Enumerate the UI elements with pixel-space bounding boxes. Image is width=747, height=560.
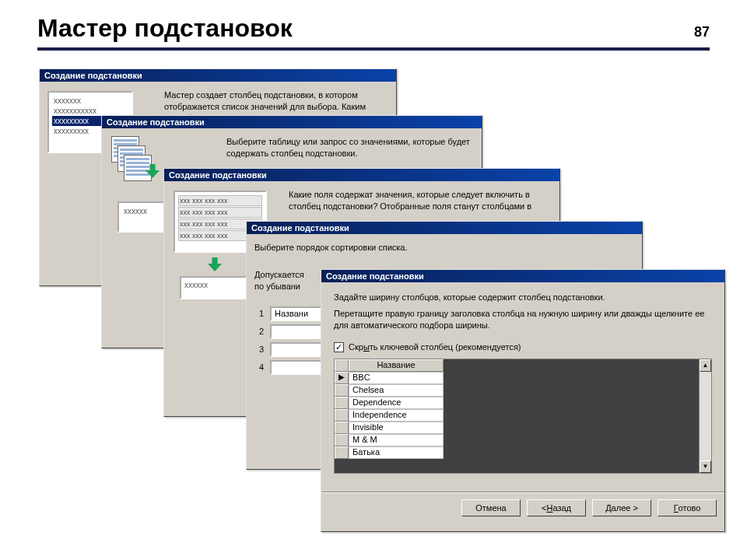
tables-icon bbox=[111, 136, 166, 183]
dialog3-titlebar: Создание подстановки bbox=[164, 169, 559, 181]
sort-field-3[interactable] bbox=[270, 342, 324, 357]
dialog4-titlebar: Создание подстановки bbox=[247, 222, 642, 234]
dialog4-prompt1: Выберите порядок сортировки списка. bbox=[254, 242, 634, 254]
table-row[interactable]: Батька bbox=[335, 446, 699, 459]
page-header: Мастер подстановок 87 bbox=[37, 14, 710, 51]
table-row[interactable]: Independence bbox=[335, 409, 699, 422]
dialog3-dest-box: xxxxxx bbox=[180, 276, 254, 299]
table-row[interactable]: Invisible bbox=[335, 422, 699, 434]
scroll-track[interactable] bbox=[700, 372, 711, 460]
dialog5-prompt1: Задайте ширину столбцов, которые содержи… bbox=[334, 292, 712, 303]
hide-key-column-label: Скрыть ключевой столбец (рекомендуется) bbox=[349, 342, 521, 352]
table-row[interactable]: ▶BBC bbox=[335, 372, 699, 384]
dialog2-titlebar: Создание подстановки bbox=[102, 116, 482, 128]
checkbox-icon: ✓ bbox=[334, 342, 344, 352]
sort-field-1[interactable] bbox=[270, 306, 324, 321]
next-button[interactable]: Далее > bbox=[592, 499, 651, 516]
scroll-up-button[interactable]: ▲ bbox=[700, 359, 711, 372]
cancel-button[interactable]: Отмена bbox=[461, 499, 521, 516]
hide-key-column-checkbox[interactable]: ✓ Скрыть ключевой столбец (рекомендуется… bbox=[334, 342, 521, 352]
green-arrow-icon bbox=[208, 257, 222, 271]
page-title: Мастер подстановок bbox=[37, 14, 293, 43]
sort-num-1: 1 bbox=[254, 309, 264, 318]
sort-num-2: 2 bbox=[254, 327, 264, 336]
finish-button[interactable]: Готово bbox=[658, 499, 717, 516]
dialog5-prompt2: Перетащите правую границу заголовка стол… bbox=[334, 308, 712, 331]
wizard-dialog-5: Создание подстановки Задайте ширину стол… bbox=[321, 269, 725, 532]
vertical-scrollbar[interactable]: ▲ ▼ bbox=[699, 359, 711, 473]
row-selector-current: ▶ bbox=[335, 372, 349, 384]
dialog1-titlebar: Создание подстановки bbox=[40, 69, 396, 82]
back-button[interactable]: < Назад bbox=[527, 499, 586, 516]
sort-field-2[interactable] bbox=[270, 324, 324, 339]
column-preview-grid[interactable]: Название ▶BBC Chelsea Dependence Indepen… bbox=[334, 359, 712, 474]
table-row[interactable]: Dependence bbox=[335, 397, 699, 409]
sort-field-4[interactable] bbox=[270, 360, 324, 375]
page-number: 87 bbox=[694, 24, 710, 40]
dialog3-prompt: Какие поля содержат значения, которые сл… bbox=[289, 189, 553, 212]
table-row[interactable]: Chelsea bbox=[335, 384, 699, 397]
dialog2-prompt: Выберите таблицу или запрос со значениям… bbox=[226, 136, 475, 159]
sort-num-3: 3 bbox=[254, 345, 264, 354]
column-header[interactable]: Название bbox=[349, 359, 444, 372]
scroll-down-button[interactable]: ▼ bbox=[700, 460, 711, 473]
dialog5-titlebar: Создание подстановки bbox=[321, 270, 724, 282]
dialog5-buttonbar: Отмена < Назад Далее > Готово bbox=[321, 492, 724, 523]
table-row[interactable]: M & M bbox=[335, 434, 699, 446]
sort-num-4: 4 bbox=[254, 362, 264, 372]
grid-corner bbox=[335, 359, 349, 372]
